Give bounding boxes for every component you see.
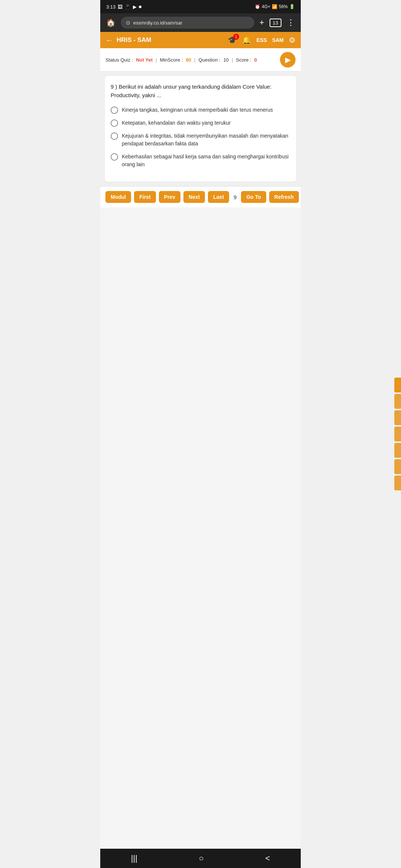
battery-icon: 🔋 [289, 4, 295, 9]
question-text: 9 ) Berikut ini adalah unsur yang terkan… [111, 83, 290, 99]
signal-icon: 📶 [272, 4, 277, 9]
goto-button[interactable]: Go To [241, 191, 266, 203]
modul-button[interactable]: Modul [105, 191, 131, 203]
url-text: essmrdiy.co.id/sam/sar [133, 20, 182, 26]
status-bar-left: 3:13 🖼 📱 ▶ [106, 4, 141, 10]
status-bar-right: ⏰ 4G+ 📶 56% 🔋 [255, 4, 295, 9]
first-button[interactable]: First [134, 191, 156, 203]
app-header-title: HRIS - SAM [117, 36, 224, 44]
option-item-4[interactable]: Keberhasilan sebagai hasil kerja sama da… [111, 153, 290, 168]
option-label-4: Keberhasilan sebagai hasil kerja sama da… [122, 153, 290, 168]
settings-icon[interactable]: ⚙ [289, 36, 296, 45]
question-number: 9 [111, 83, 115, 90]
option-radio-4[interactable] [111, 153, 118, 161]
bottom-navigation: ||| ○ < [100, 849, 301, 868]
last-button[interactable]: Last [208, 191, 229, 203]
question-body: ) Berikut ini adalah unsur yang terkandu… [111, 83, 271, 98]
alarm-icon: ⏰ [255, 4, 260, 9]
app-header-icons: 🎓 1 🔔 ESS SAM ⚙ [228, 36, 296, 45]
ess-link[interactable]: ESS [257, 37, 267, 43]
home-button[interactable]: ○ [192, 852, 211, 865]
question-card: 9 ) Berikut ini adalah unsur yang terkan… [105, 76, 296, 182]
question-label: Question : [198, 57, 220, 63]
new-tab-button[interactable]: + [258, 16, 266, 29]
notification-badge: 1 [233, 34, 239, 40]
back-nav-button[interactable]: < [258, 852, 277, 865]
status-label: Status Quiz : [105, 57, 133, 63]
status-divider1: | [156, 57, 157, 63]
submit-button[interactable]: ▶ [280, 52, 296, 68]
status-dot [139, 6, 141, 8]
score-label: Score : [236, 57, 251, 63]
option-radio-2[interactable] [111, 119, 118, 127]
current-page-number: 9 [232, 194, 238, 200]
gallery-icon: 🖼 [118, 4, 123, 10]
min-score-value: 80 [186, 57, 191, 63]
navigation-bar: Modul First Prev Next Last 9 Go To Refre… [100, 186, 301, 207]
home-icon: ○ [199, 854, 204, 863]
option-label-2: Ketepatan, kehandalan dan waktu yang ter… [122, 119, 231, 127]
battery-percent: 56% [279, 4, 288, 9]
recents-icon: ||| [131, 854, 137, 863]
back-button[interactable]: ← [105, 36, 113, 45]
browser-home-button[interactable]: 🏠 [105, 17, 117, 29]
option-radio-3[interactable] [111, 132, 118, 140]
min-score-label: MinScore : [160, 57, 183, 63]
status-value: Not Yet [136, 57, 153, 63]
recents-button[interactable]: ||| [124, 852, 145, 865]
whatsapp-icon: 📱 [125, 4, 131, 10]
tabs-count-button[interactable]: 13 [270, 19, 281, 27]
prev-button[interactable]: Prev [159, 191, 180, 203]
bell-icon[interactable]: 🔔 [242, 36, 251, 45]
youtube-icon: ▶ [133, 4, 137, 10]
option-item-2[interactable]: Ketepatan, kehandalan dan waktu yang ter… [111, 119, 290, 127]
refresh-button[interactable]: Refresh [269, 191, 299, 203]
url-bar[interactable]: ⊙ essmrdiy.co.id/sam/sar [121, 17, 254, 29]
option-item-1[interactable]: Kinerja tangkas, keinginan untuk memperb… [111, 106, 290, 114]
submit-arrow-icon: ▶ [285, 55, 291, 64]
browser-bar: 🏠 ⊙ essmrdiy.co.id/sam/sar + 13 ⋮ [100, 13, 301, 32]
quiz-status-bar: Status Quiz : Not Yet | MinScore : 80 | … [100, 48, 301, 72]
question-value: 10 [224, 57, 229, 63]
sam-link[interactable]: SAM [272, 37, 284, 43]
notification-button[interactable]: 🎓 1 [228, 36, 237, 45]
option-label-3: Kejujuran & integritas, tidak menyembuny… [122, 132, 290, 148]
option-item-3[interactable]: Kejujuran & integritas, tidak menyembuny… [111, 132, 290, 148]
network-type: 4G+ [262, 4, 270, 9]
app-header: ← HRIS - SAM 🎓 1 🔔 ESS SAM ⚙ [100, 32, 301, 48]
option-radio-1[interactable] [111, 106, 118, 114]
status-divider2: | [194, 57, 195, 63]
status-bar: 3:13 🖼 📱 ▶ ⏰ 4G+ 📶 56% 🔋 [100, 0, 301, 13]
browser-menu-button[interactable]: ⋮ [285, 16, 296, 29]
next-button[interactable]: Next [183, 191, 205, 203]
page-content-area [100, 207, 301, 849]
site-icon: ⊙ [126, 20, 130, 26]
status-divider3: | [232, 57, 233, 63]
score-value: 0 [254, 57, 257, 63]
status-time: 3:13 [106, 4, 115, 10]
option-label-1: Kinerja tangkas, keinginan untuk memperb… [122, 106, 273, 114]
back-nav-icon: < [265, 854, 270, 863]
